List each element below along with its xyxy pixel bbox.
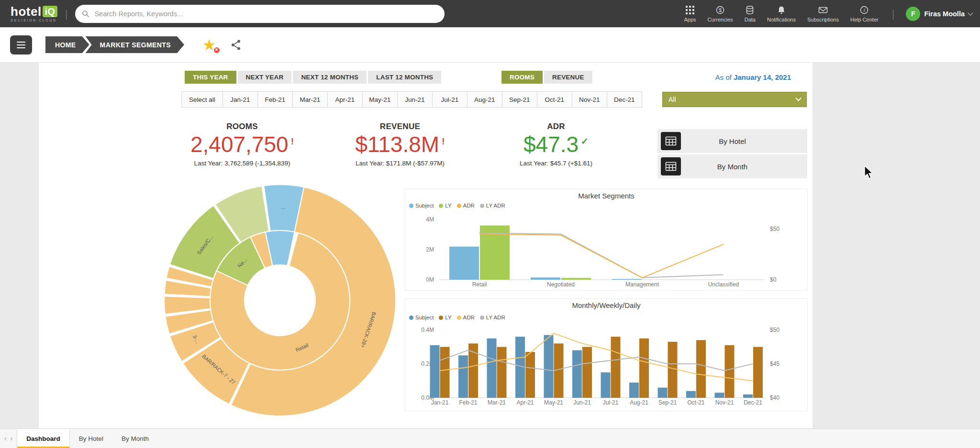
bar-subject[interactable] (612, 279, 642, 280)
global-search[interactable] (75, 5, 445, 23)
svg-text:Jan-21: Jan-21 (431, 399, 449, 406)
menu-button[interactable] (10, 35, 32, 55)
bar-subject[interactable] (458, 355, 468, 398)
legend-item-adr[interactable]: ADR (457, 315, 475, 320)
period-tab-last-12-months[interactable]: LAST 12 MONTHS (368, 71, 441, 84)
breadcrumb-market-segments[interactable]: MARKET SEGMENTS (86, 36, 184, 53)
bottom-tab-by-hotel[interactable]: By Hotel (70, 429, 112, 448)
svg-text:Management: Management (625, 281, 659, 288)
bottom-tab-by-month[interactable]: By Month (112, 429, 158, 448)
month-chip-oct-21[interactable]: Oct-21 (537, 91, 572, 108)
nav-notifications[interactable]: Notifications (761, 5, 802, 22)
bar-subject[interactable] (572, 350, 582, 398)
kpi-adr: ADR$47.3✓Last Year: $45.7 (+$1.61) (489, 122, 623, 167)
side-button-by-month[interactable]: By Month (657, 154, 807, 178)
bar-subject[interactable] (658, 388, 668, 398)
remove-favorite-badge[interactable]: ✕ (213, 46, 221, 54)
bar-ly[interactable] (440, 347, 450, 398)
period-tab-next-year[interactable]: NEXT YEAR (238, 71, 292, 84)
metric-tab-rooms[interactable]: ROOMS (501, 71, 543, 84)
month-chip-feb-21[interactable]: Feb-21 (257, 91, 293, 108)
bar-ly[interactable] (725, 345, 735, 398)
line-ly-adr[interactable] (440, 350, 753, 371)
bar-subject[interactable] (531, 277, 560, 280)
bar-ly[interactable] (525, 352, 535, 398)
bar-subject[interactable] (686, 391, 696, 398)
svg-text:$: $ (719, 7, 722, 12)
tab-scroll-left[interactable]: ‹ (4, 435, 7, 442)
tab-scroll-right[interactable]: › (11, 435, 13, 442)
bar-ly[interactable] (611, 337, 621, 398)
month-chip-apr-21[interactable]: Apr-21 (327, 91, 363, 108)
legend-item-ly[interactable]: LY (439, 203, 451, 208)
legend-item-subject[interactable]: Subject (409, 203, 434, 208)
bar-ly[interactable] (696, 340, 706, 398)
user-menu[interactable]: F Firas Moolla (906, 7, 972, 21)
bar-ly[interactable] (582, 347, 592, 398)
metric-tab-revenue[interactable]: REVENUE (544, 71, 592, 84)
svg-text:Apr-21: Apr-21 (516, 399, 534, 406)
favorite-button[interactable]: ★ ✕ (202, 37, 216, 53)
bar-subject[interactable] (487, 339, 497, 398)
share-button[interactable] (231, 39, 241, 51)
tab-scroll-arrows: ‹ › (0, 429, 17, 448)
nav-help-center[interactable]: i Help Center (845, 5, 884, 22)
bar-ly[interactable] (497, 347, 507, 398)
month-chip-jul-21[interactable]: Jul-21 (432, 91, 468, 108)
bar-ly[interactable] (668, 342, 678, 398)
kpi-subtext: Last Year: $45.7 (+$1.61) (489, 160, 623, 167)
bar-ly[interactable] (639, 339, 649, 398)
nav-currencies[interactable]: $ Currencies (702, 5, 739, 22)
period-tab-next-12-months[interactable]: NEXT 12 MONTHS (293, 71, 367, 84)
line-ly-adr[interactable] (479, 233, 724, 278)
bottom-tab-dashboard[interactable]: Dashboard (17, 429, 70, 448)
bar-subject[interactable] (743, 394, 753, 398)
svg-text:Jun-21: Jun-21 (573, 399, 591, 406)
legend-item-adr[interactable]: ADR (457, 203, 475, 208)
bar-subject[interactable] (601, 372, 611, 398)
logo-subtitle: DECISION CLOUD (11, 19, 57, 22)
month-chip-nov-21[interactable]: Nov-21 (572, 91, 607, 108)
select-all-chip[interactable]: Select all (181, 91, 223, 108)
nav-label: Data (745, 17, 756, 22)
user-name: Firas Moolla (924, 10, 965, 18)
nav-label: Currencies (708, 17, 733, 22)
month-chip-aug-21[interactable]: Aug-21 (467, 91, 502, 108)
hotel-dropdown[interactable]: All (662, 92, 807, 107)
search-input[interactable] (93, 10, 438, 18)
legend-item-ly-adr[interactable]: LY ADR (480, 203, 505, 208)
bar-subject[interactable] (715, 393, 724, 398)
nav-apps[interactable]: Apps (678, 5, 702, 22)
legend-item-subject[interactable]: Subject (409, 315, 434, 320)
metric-tabs: ROOMSREVENUE (501, 71, 592, 84)
side-button-by-hotel[interactable]: By Hotel (657, 129, 807, 153)
legend-item-ly-adr[interactable]: LY ADR (480, 315, 505, 320)
app-logo[interactable]: hotel iQ DECISION CLOUD (11, 5, 57, 22)
nav-data[interactable]: Data (739, 5, 761, 22)
nav-label: Notifications (767, 17, 796, 22)
bar-ly[interactable] (561, 278, 591, 280)
as-of-prefix: As of (715, 73, 732, 81)
month-chip-jan-21[interactable]: Jan-21 (223, 91, 258, 108)
bar-subject[interactable] (449, 247, 479, 280)
month-chip-dec-21[interactable]: Dec-21 (607, 91, 642, 108)
bar-ly[interactable] (753, 347, 763, 398)
svg-text:$45: $45 (770, 361, 780, 367)
help-icon: i (859, 5, 869, 15)
legend-item-ly[interactable]: LY (439, 315, 451, 320)
chart-legend: SubjectLYADRLY ADR (409, 315, 505, 320)
bar-subject[interactable] (544, 335, 554, 398)
month-chip-sep-21[interactable]: Sep-21 (502, 91, 537, 108)
period-tab-this-year[interactable]: THIS YEAR (185, 71, 236, 84)
month-chip-jun-21[interactable]: Jun-21 (397, 91, 433, 108)
breadcrumb-home[interactable]: HOME (45, 36, 89, 53)
month-chip-mar-21[interactable]: Mar-21 (292, 91, 328, 108)
bar-subject[interactable] (430, 345, 440, 398)
bar-subject[interactable] (629, 382, 639, 398)
svg-text:$40: $40 (770, 394, 780, 401)
month-chip-may-21[interactable]: May-21 (362, 91, 398, 108)
nav-subscriptions[interactable]: Subscriptions (802, 5, 845, 22)
kpi-revenue: REVENUE$113.8M!Last Year: $171.8M (-$57.… (333, 122, 467, 167)
line-adr[interactable] (479, 234, 724, 278)
page-tab-bar: ‹ › DashboardBy HotelBy Month (0, 428, 980, 448)
